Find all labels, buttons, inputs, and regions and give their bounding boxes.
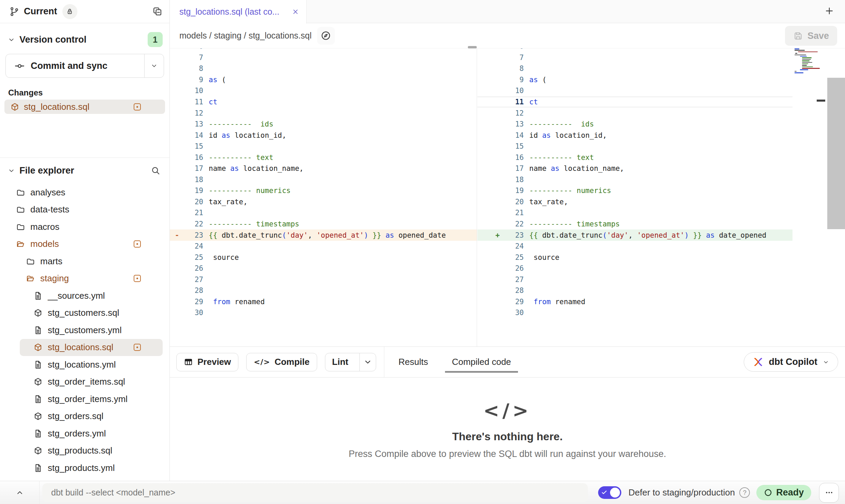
code-text: tax_rate, — [524, 198, 568, 206]
line-number: 12 — [181, 109, 203, 117]
lint-button[interactable]: Lint — [325, 353, 355, 371]
code-line-12[interactable]: 12 — [477, 107, 792, 119]
code-line-15[interactable]: 15 — [170, 141, 477, 152]
code-line-13[interactable]: 13---------- ids — [477, 119, 792, 130]
lint-options-button[interactable] — [359, 353, 376, 371]
code-line-7[interactable]: 7 — [477, 52, 792, 63]
code-line-11[interactable]: 11ct — [170, 97, 477, 108]
code-line-28[interactable]: 28 — [170, 285, 477, 296]
code-line-13[interactable]: 13---------- ids — [170, 119, 477, 130]
explorer-item-stg_order_items.yml[interactable]: stg_order_items.yml — [0, 390, 169, 408]
code-line-21[interactable]: 21 — [477, 207, 792, 219]
code-line-24[interactable]: 24 — [477, 241, 792, 252]
code-line-20[interactable]: 20tax_rate, — [477, 196, 792, 208]
save-button[interactable]: Save — [785, 26, 837, 46]
git-commit-icon — [14, 61, 25, 71]
changed-file-item[interactable]: stg_locations.sql — [4, 100, 165, 114]
explorer-item-macros[interactable]: macros — [0, 218, 169, 236]
file-explorer-header[interactable]: File explorer — [0, 158, 169, 179]
status-ready-badge[interactable]: Ready — [756, 485, 811, 500]
code-line-17[interactable]: 17name as location_name, — [170, 163, 477, 174]
explorer-item-__sources.yml[interactable]: __sources.yml — [0, 287, 169, 305]
explorer-item-stg_order_items.sql[interactable]: stg_order_items.sql — [0, 373, 169, 391]
explorer-item-stg_customers.yml[interactable]: stg_customers.yml — [0, 322, 169, 339]
explorer-item-stg_orders.yml[interactable]: stg_orders.yml — [0, 425, 169, 442]
close-icon[interactable] — [292, 8, 299, 16]
code-line-26[interactable]: 26 — [170, 263, 477, 274]
dbt-copilot-button[interactable]: dbt Copilot — [744, 352, 838, 372]
code-line-22[interactable]: 22---------- timestamps — [170, 219, 477, 230]
code-line-28[interactable]: 28 — [477, 285, 792, 296]
preview-button[interactable]: Preview — [176, 353, 238, 371]
code-line-22[interactable]: 22---------- timestamps — [477, 219, 792, 230]
code-line-16[interactable]: 16---------- text — [477, 152, 792, 163]
code-line-14[interactable]: 14id as location_id, — [477, 130, 792, 141]
code-line-23[interactable]: -23{{ dbt.date_trunc('day', 'opened_at')… — [170, 229, 477, 241]
lineage-compass-button[interactable] — [317, 27, 335, 45]
defer-toggle[interactable] — [598, 486, 621, 499]
code-text: id as location_id, — [203, 131, 286, 139]
code-line-19[interactable]: 19---------- numerics — [477, 185, 792, 196]
code-line-9[interactable]: 9as ( — [170, 74, 477, 86]
explorer-item-analyses[interactable]: analyses — [0, 184, 169, 201]
expand-command-bar-button[interactable] — [0, 488, 39, 497]
code-line-29[interactable]: 29 from renamed — [477, 296, 792, 308]
tab-compiled-code[interactable]: Compiled code — [450, 347, 513, 377]
code-line-8[interactable]: 8 — [170, 63, 477, 74]
explorer-item-marts[interactable]: marts — [0, 253, 169, 270]
code-line-29[interactable]: 29 from renamed — [170, 296, 477, 308]
help-icon[interactable]: ? — [739, 487, 750, 498]
explorer-item-stg_locations.sql[interactable]: stg_locations.sql — [20, 339, 163, 356]
code-line-10[interactable]: 10 — [477, 85, 792, 97]
code-line-12[interactable]: 12 — [170, 107, 477, 119]
commit-options-button[interactable] — [144, 54, 164, 77]
code-line-16[interactable]: 16---------- text — [170, 152, 477, 163]
code-line-23[interactable]: +23{{ dbt.date_trunc('day', 'opened_at')… — [477, 229, 792, 241]
editor-minimap[interactable] — [795, 48, 819, 74]
code-line-10[interactable]: 10 — [170, 85, 477, 97]
code-line-19[interactable]: 19---------- numerics — [170, 185, 477, 196]
code-line-25[interactable]: 25 source — [170, 252, 477, 263]
code-line-14[interactable]: 14id as location_id, — [170, 130, 477, 141]
copy-icon[interactable] — [152, 6, 163, 17]
code-line-21[interactable]: 21 — [170, 207, 477, 219]
code-line-11[interactable]: 11ct — [477, 97, 792, 108]
tab-stg-locations[interactable]: stg_locations.sql (last co... — [170, 0, 307, 24]
more-options-button[interactable] — [819, 483, 839, 503]
code-line-18[interactable]: 18 — [477, 174, 792, 186]
pane-resize-handle[interactable] — [468, 46, 477, 48]
explorer-item-stg_locations.yml[interactable]: stg_locations.yml — [0, 356, 169, 373]
explorer-item-models[interactable]: models — [0, 236, 169, 253]
code-line-17[interactable]: 17name as location_name, — [477, 163, 792, 174]
code-line-18[interactable]: 18 — [170, 174, 477, 186]
code-line-27[interactable]: 27 — [477, 274, 792, 285]
explorer-item-stg_products.yml[interactable]: stg_products.yml — [0, 459, 169, 477]
code-line-24[interactable]: 24 — [170, 241, 477, 252]
code-line-30[interactable]: 30 — [477, 307, 792, 318]
code-line-6[interactable]: 6 — [477, 48, 792, 52]
code-line-9[interactable]: 9as ( — [477, 74, 792, 86]
command-input[interactable] — [51, 488, 579, 498]
code-line-25[interactable]: 25 source — [477, 252, 792, 263]
new-tab-button[interactable] — [824, 5, 835, 16]
code-line-30[interactable]: 30 — [170, 307, 477, 318]
code-line-6[interactable]: 6 — [170, 48, 477, 52]
explorer-item-stg_customers.sql[interactable]: stg_customers.sql — [0, 305, 169, 322]
version-control-header[interactable]: Version control 1 — [0, 23, 169, 47]
commit-and-sync-button[interactable]: Commit and sync — [6, 54, 144, 77]
code-line-7[interactable]: 7 — [170, 52, 477, 63]
explorer-item-stg_orders.sql[interactable]: stg_orders.sql — [0, 408, 169, 425]
explorer-item-data-tests[interactable]: data-tests — [0, 201, 169, 219]
scrollbar-thumb[interactable] — [827, 78, 845, 229]
compile-button[interactable]: </> Compile — [246, 353, 317, 371]
search-icon[interactable] — [151, 166, 161, 176]
tab-results[interactable]: Results — [396, 347, 430, 377]
copilot-icon — [753, 356, 764, 368]
code-line-27[interactable]: 27 — [170, 274, 477, 285]
explorer-item-stg_products.sql[interactable]: stg_products.sql — [0, 442, 169, 460]
code-line-26[interactable]: 26 — [477, 263, 792, 274]
code-line-20[interactable]: 20tax_rate, — [170, 196, 477, 208]
explorer-item-staging[interactable]: staging — [0, 270, 169, 287]
code-line-15[interactable]: 15 — [477, 141, 792, 152]
code-line-8[interactable]: 8 — [477, 63, 792, 74]
